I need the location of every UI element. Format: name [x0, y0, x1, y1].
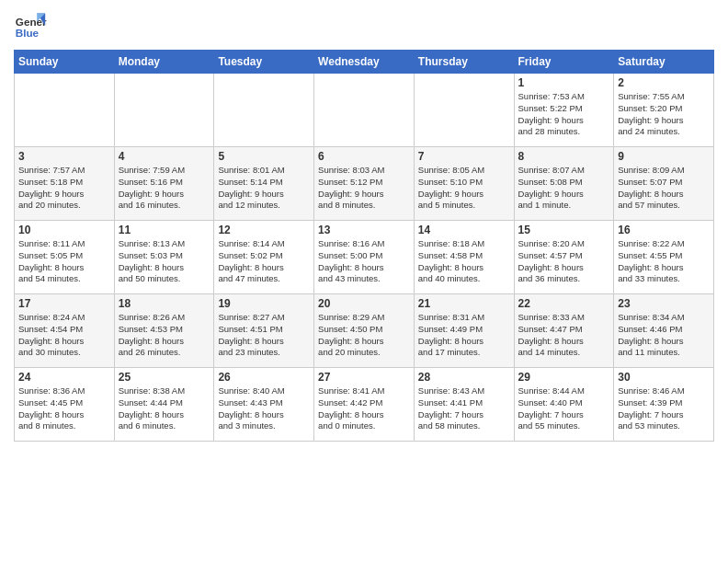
day-number: 9	[618, 150, 710, 163]
day-number: 8	[518, 150, 610, 163]
day-info: Sunrise: 8:07 AM Sunset: 5:08 PM Dayligh…	[518, 165, 610, 212]
calendar-week-row: 17Sunrise: 8:24 AM Sunset: 4:54 PM Dayli…	[15, 294, 714, 368]
calendar-cell: 30Sunrise: 8:46 AM Sunset: 4:39 PM Dayli…	[614, 368, 714, 442]
day-number: 3	[18, 150, 110, 163]
logo-icon: General Blue	[14, 9, 47, 42]
day-info: Sunrise: 8:44 AM Sunset: 4:40 PM Dayligh…	[518, 385, 610, 432]
calendar-cell: 5Sunrise: 8:01 AM Sunset: 5:14 PM Daylig…	[214, 147, 314, 221]
weekday-header: Wednesday	[314, 51, 415, 74]
calendar-cell: 8Sunrise: 8:07 AM Sunset: 5:08 PM Daylig…	[514, 147, 614, 221]
day-number: 2	[618, 76, 710, 89]
calendar-cell: 15Sunrise: 8:20 AM Sunset: 4:57 PM Dayli…	[514, 221, 614, 294]
day-number: 5	[218, 150, 310, 163]
weekday-header: Friday	[514, 51, 614, 74]
day-info: Sunrise: 8:29 AM Sunset: 4:50 PM Dayligh…	[318, 312, 410, 359]
day-number: 25	[119, 371, 210, 384]
day-number: 13	[318, 224, 410, 236]
calendar-cell: 16Sunrise: 8:22 AM Sunset: 4:55 PM Dayli…	[614, 221, 714, 294]
day-info: Sunrise: 8:18 AM Sunset: 4:58 PM Dayligh…	[418, 238, 510, 285]
calendar-cell	[414, 74, 514, 147]
day-number: 29	[518, 371, 610, 384]
day-info: Sunrise: 8:36 AM Sunset: 4:45 PM Dayligh…	[18, 385, 110, 432]
calendar-cell: 24Sunrise: 8:36 AM Sunset: 4:45 PM Dayli…	[15, 368, 115, 442]
calendar-cell	[15, 74, 115, 147]
day-number: 22	[518, 297, 610, 310]
day-number: 28	[418, 371, 510, 384]
calendar-week-row: 1Sunrise: 7:53 AM Sunset: 5:22 PM Daylig…	[15, 74, 714, 147]
svg-text:Blue: Blue	[16, 27, 40, 39]
calendar-cell: 12Sunrise: 8:14 AM Sunset: 5:02 PM Dayli…	[214, 221, 314, 294]
day-number: 12	[218, 224, 310, 236]
day-info: Sunrise: 7:59 AM Sunset: 5:16 PM Dayligh…	[119, 165, 210, 212]
day-info: Sunrise: 8:20 AM Sunset: 4:57 PM Dayligh…	[518, 238, 610, 285]
weekday-header: Sunday	[15, 51, 115, 74]
day-info: Sunrise: 8:22 AM Sunset: 4:55 PM Dayligh…	[618, 238, 710, 285]
calendar-cell: 11Sunrise: 8:13 AM Sunset: 5:03 PM Dayli…	[114, 221, 214, 294]
day-info: Sunrise: 8:33 AM Sunset: 4:47 PM Dayligh…	[518, 312, 610, 359]
page-container: General Blue SundayMondayTuesdayWednesda…	[0, 0, 728, 446]
day-info: Sunrise: 8:05 AM Sunset: 5:10 PM Dayligh…	[418, 165, 510, 212]
calendar-cell: 7Sunrise: 8:05 AM Sunset: 5:10 PM Daylig…	[414, 147, 514, 221]
day-number: 15	[518, 224, 610, 236]
day-info: Sunrise: 8:11 AM Sunset: 5:05 PM Dayligh…	[18, 238, 110, 285]
calendar-cell: 2Sunrise: 7:55 AM Sunset: 5:20 PM Daylig…	[614, 74, 714, 147]
calendar-cell: 25Sunrise: 8:38 AM Sunset: 4:44 PM Dayli…	[114, 368, 214, 442]
calendar-week-row: 24Sunrise: 8:36 AM Sunset: 4:45 PM Dayli…	[15, 368, 714, 442]
calendar-cell: 17Sunrise: 8:24 AM Sunset: 4:54 PM Dayli…	[15, 294, 115, 368]
calendar-cell: 22Sunrise: 8:33 AM Sunset: 4:47 PM Dayli…	[514, 294, 614, 368]
calendar-cell: 21Sunrise: 8:31 AM Sunset: 4:49 PM Dayli…	[414, 294, 514, 368]
calendar-cell: 27Sunrise: 8:41 AM Sunset: 4:42 PM Dayli…	[314, 368, 415, 442]
calendar-week-row: 3Sunrise: 7:57 AM Sunset: 5:18 PM Daylig…	[15, 147, 714, 221]
day-number: 18	[119, 297, 210, 310]
day-number: 1	[518, 76, 610, 89]
calendar-cell	[114, 74, 214, 147]
day-info: Sunrise: 8:14 AM Sunset: 5:02 PM Dayligh…	[218, 238, 310, 285]
header: General Blue	[14, 9, 714, 42]
day-number: 7	[418, 150, 510, 163]
day-info: Sunrise: 8:16 AM Sunset: 5:00 PM Dayligh…	[318, 238, 410, 285]
day-info: Sunrise: 8:31 AM Sunset: 4:49 PM Dayligh…	[418, 312, 510, 359]
calendar-cell: 13Sunrise: 8:16 AM Sunset: 5:00 PM Dayli…	[314, 221, 415, 294]
weekday-header: Monday	[114, 51, 214, 74]
calendar-cell	[214, 74, 314, 147]
day-number: 30	[618, 371, 710, 384]
day-number: 14	[418, 224, 510, 236]
day-number: 11	[119, 224, 210, 236]
calendar-cell: 28Sunrise: 8:43 AM Sunset: 4:41 PM Dayli…	[414, 368, 514, 442]
calendar-cell: 20Sunrise: 8:29 AM Sunset: 4:50 PM Dayli…	[314, 294, 415, 368]
day-number: 20	[318, 297, 410, 310]
day-info: Sunrise: 7:53 AM Sunset: 5:22 PM Dayligh…	[518, 91, 610, 138]
day-info: Sunrise: 8:01 AM Sunset: 5:14 PM Dayligh…	[218, 165, 310, 212]
calendar-week-row: 10Sunrise: 8:11 AM Sunset: 5:05 PM Dayli…	[15, 221, 714, 294]
day-number: 26	[218, 371, 310, 384]
calendar-cell: 9Sunrise: 8:09 AM Sunset: 5:07 PM Daylig…	[614, 147, 714, 221]
day-info: Sunrise: 8:34 AM Sunset: 4:46 PM Dayligh…	[618, 312, 710, 359]
day-number: 16	[618, 224, 710, 236]
calendar-cell: 4Sunrise: 7:59 AM Sunset: 5:16 PM Daylig…	[114, 147, 214, 221]
calendar-cell: 26Sunrise: 8:40 AM Sunset: 4:43 PM Dayli…	[214, 368, 314, 442]
calendar-cell: 6Sunrise: 8:03 AM Sunset: 5:12 PM Daylig…	[314, 147, 415, 221]
calendar-cell: 18Sunrise: 8:26 AM Sunset: 4:53 PM Dayli…	[114, 294, 214, 368]
calendar-cell: 29Sunrise: 8:44 AM Sunset: 4:40 PM Dayli…	[514, 368, 614, 442]
weekday-header-row: SundayMondayTuesdayWednesdayThursdayFrid…	[15, 51, 714, 74]
day-number: 21	[418, 297, 510, 310]
day-number: 24	[18, 371, 110, 384]
day-info: Sunrise: 8:41 AM Sunset: 4:42 PM Dayligh…	[318, 385, 410, 432]
calendar-table: SundayMondayTuesdayWednesdayThursdayFrid…	[14, 50, 714, 442]
day-number: 4	[119, 150, 210, 163]
day-info: Sunrise: 8:46 AM Sunset: 4:39 PM Dayligh…	[618, 385, 710, 432]
calendar-cell: 23Sunrise: 8:34 AM Sunset: 4:46 PM Dayli…	[614, 294, 714, 368]
day-number: 10	[18, 224, 110, 236]
day-info: Sunrise: 8:24 AM Sunset: 4:54 PM Dayligh…	[18, 312, 110, 359]
calendar-cell: 1Sunrise: 7:53 AM Sunset: 5:22 PM Daylig…	[514, 74, 614, 147]
day-info: Sunrise: 8:09 AM Sunset: 5:07 PM Dayligh…	[618, 165, 710, 212]
day-info: Sunrise: 8:26 AM Sunset: 4:53 PM Dayligh…	[119, 312, 210, 359]
day-info: Sunrise: 7:55 AM Sunset: 5:20 PM Dayligh…	[618, 91, 710, 138]
weekday-header: Thursday	[414, 51, 514, 74]
day-info: Sunrise: 8:03 AM Sunset: 5:12 PM Dayligh…	[318, 165, 410, 212]
day-info: Sunrise: 8:43 AM Sunset: 4:41 PM Dayligh…	[418, 385, 510, 432]
day-info: Sunrise: 8:13 AM Sunset: 5:03 PM Dayligh…	[119, 238, 210, 285]
calendar-cell: 19Sunrise: 8:27 AM Sunset: 4:51 PM Dayli…	[214, 294, 314, 368]
weekday-header: Tuesday	[214, 51, 314, 74]
day-number: 23	[618, 297, 710, 310]
